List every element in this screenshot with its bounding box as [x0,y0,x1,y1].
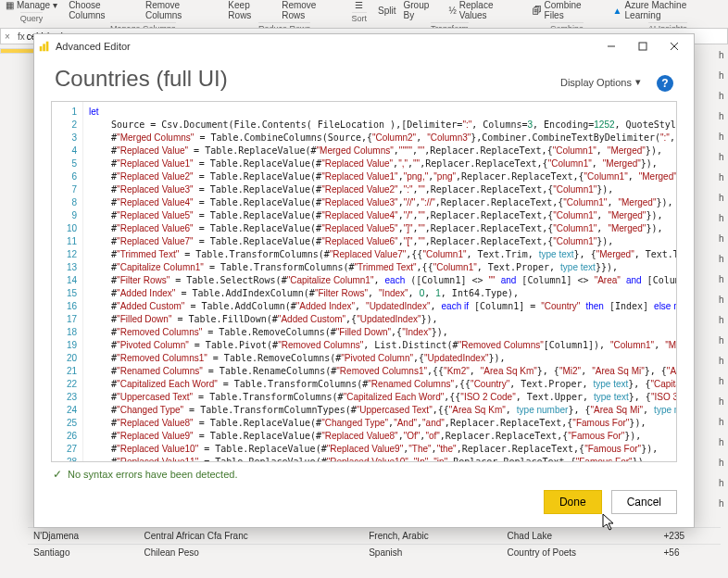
azure-ml-button[interactable]: ▲ Azure Machine Learning [613,0,722,20]
close-icon [670,42,679,51]
svg-rect-0 [40,46,43,51]
cancel-button[interactable]: Cancel [611,490,677,514]
replace-icon: ½ [448,6,456,16]
powerbi-icon [38,40,51,53]
remove-rows-button[interactable]: Remove Rows [282,0,340,20]
check-icon: ✓ [53,468,62,481]
clear-formula-icon[interactable]: × [5,31,10,42]
manage-menu[interactable]: ▦ Manage▾ [6,0,57,10]
bg-column-letters: hhh hhh hhh hhh hhh hhh hhh hh [719,46,728,515]
advanced-editor-dialog: Advanced Editor Countries (full UI) Disp… [33,33,695,528]
chevron-down-icon: ▾ [635,76,641,88]
table-icon: ▦ [6,0,14,10]
titlebar: Advanced Editor [34,34,694,58]
close-button[interactable] [659,35,690,57]
done-button[interactable]: Done [544,490,602,514]
group-by-button[interactable]: Group By [403,0,441,20]
replace-values-button[interactable]: ½ Replace Values [448,0,521,20]
keep-rows-button[interactable]: Keep Rows [228,0,274,20]
svg-rect-3 [639,43,646,50]
group-label: Query [20,12,44,23]
background-data-table: N'DjamenaCentral African Cfa Franc Frenc… [28,527,721,578]
combine-files-button[interactable]: 🗐 Combine Files [533,0,602,20]
line-number-gutter: 1234567891011121314151617181920212223242… [52,102,83,461]
minimize-button[interactable] [596,35,627,57]
fx-icon[interactable]: fx [16,31,27,42]
code-area[interactable]: let Source = Csv.Document(File.Contents(… [83,102,676,461]
choose-columns-button[interactable]: Choose Columns [69,0,138,20]
minimize-icon [607,42,616,51]
maximize-button[interactable] [627,35,659,57]
files-icon: 🗐 [533,6,542,16]
group-label: Sort [352,12,368,23]
help-button[interactable]: ? [657,75,673,92]
svg-rect-1 [43,44,45,51]
status-text: No syntax errors have been detected. [68,469,237,480]
maximize-icon [638,42,647,51]
remove-columns-button[interactable]: Remove Columns [145,0,217,20]
table-row: SantiagoChilean Peso SpanishCountry of P… [28,545,721,561]
chevron-down-icon: ▾ [53,0,57,10]
table-row: N'DjamenaCentral African Cfa Franc Frenc… [28,528,721,545]
split-button[interactable]: Split [378,0,395,20]
window-title: Advanced Editor [56,41,131,52]
syntax-status: ✓ No syntax errors have been detected. [53,468,675,481]
code-editor[interactable]: 1234567891011121314151617181920212223242… [51,101,677,462]
display-options-dropdown[interactable]: Display Options ▾ [554,72,647,92]
sort-asc-button[interactable]: ☰ [355,0,363,10]
azure-icon: ▲ [613,6,622,16]
svg-rect-2 [46,42,49,52]
page-title: Countries (full UI) [55,66,554,92]
ribbon: ▦ Manage▾ Query Choose Columns Remove Co… [0,0,728,28]
